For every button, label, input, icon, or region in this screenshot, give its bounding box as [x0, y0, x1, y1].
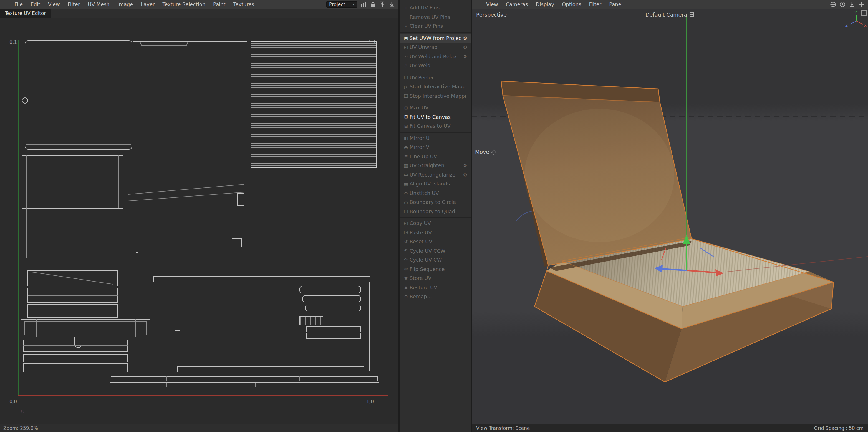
uv-islands[interactable]: [21, 40, 379, 387]
uv-command-icon: ▼: [402, 276, 410, 281]
menu-item[interactable]: Cameras: [502, 0, 532, 9]
uv-command-row[interactable]: ◇ UV Weld: [400, 61, 471, 70]
viewport-3d[interactable]: Y Z X Perspective Default Camera Move: [472, 9, 868, 424]
uv-command-row[interactable]: + Add UV Pins: [400, 3, 471, 12]
uv-corner-label: 0,1: [9, 39, 17, 45]
uv-command-icon: ◧: [402, 136, 410, 141]
camera-label[interactable]: Default Camera: [646, 12, 694, 18]
uv-command-label: Boundary to Circle: [410, 200, 456, 205]
menu-item[interactable]: Texture Selection: [159, 0, 210, 9]
uv-canvas[interactable]: 0,1 1,1 0,0 1,0 U: [0, 18, 399, 424]
uv-command-row[interactable]: ▢ Boundary to Quad: [400, 207, 471, 216]
uv-command-label: Remove UV Pins: [410, 15, 450, 20]
uv-command-row[interactable]: ⊙ Remap...: [400, 292, 471, 301]
uv-command-label: Set UVW from Projection: [410, 35, 462, 41]
uv-command-label: Stop Interactive Mapping: [410, 93, 466, 99]
uv-command-row[interactable]: ◧ Mirror U: [400, 134, 471, 143]
gear-icon[interactable]: ⚙: [462, 54, 467, 59]
uv-command-row[interactable]: ⊞ Fit UV to Canvas: [400, 112, 471, 122]
uv-command-label: UV Peeler: [410, 75, 434, 81]
menu-item[interactable]: Edit: [27, 0, 44, 9]
pizza-box-object[interactable]: [501, 81, 834, 382]
menu-item[interactable]: File: [10, 0, 27, 9]
uv-command-row[interactable]: ▤ UV Peeler: [400, 73, 471, 82]
uv-command-row[interactable]: ▼ Store UV: [400, 274, 471, 283]
menu-item[interactable]: View: [482, 0, 502, 9]
uv-command-row[interactable]: ▭ UV Rectangularize ⚙: [400, 170, 471, 179]
uv-command-icon: ↶: [402, 249, 410, 254]
layout-panes-icon[interactable]: [858, 1, 865, 8]
uv-command-label: Boundary to Quad: [410, 209, 455, 214]
uv-command-row[interactable]: ↶ Cycle UV CCW: [400, 246, 471, 255]
uv-command-row[interactable]: □ Stop Interactive Mapping: [400, 91, 471, 100]
view-transform-status: View Transform: Scene: [476, 425, 530, 431]
upload-icon[interactable]: [379, 1, 386, 8]
gear-icon[interactable]: ⚙: [462, 172, 467, 178]
uv-command-row[interactable]: − Remove UV Pins: [400, 12, 471, 22]
uv-command-label: Mirror U: [410, 136, 430, 141]
uv-command-row[interactable]: ◲ Paste UV: [400, 228, 471, 237]
uv-command-label: Cycle UV CCW: [410, 248, 445, 254]
uv-command-row[interactable]: ⊡ Max UV: [400, 103, 471, 112]
project-dropdown[interactable]: Project ▾: [326, 1, 358, 8]
uv-command-row[interactable]: ▣ Set UVW from Projection ⚙: [400, 34, 471, 43]
gear-icon[interactable]: ⚙: [462, 45, 467, 50]
uv-command-label: Fit Canvas to UV: [410, 123, 451, 129]
uv-command-row[interactable]: ⇄ Flip Sequence: [400, 265, 471, 274]
gear-icon[interactable]: ⚙: [462, 35, 467, 41]
menu-item[interactable]: Options: [558, 0, 585, 9]
download-icon[interactable]: [389, 1, 395, 8]
uv-command-row[interactable]: ✂ Unstitch UV: [400, 189, 471, 198]
history-icon[interactable]: [839, 1, 846, 8]
menu-item[interactable]: Filter: [64, 0, 84, 9]
zoom-status: Zoom: 259.0%: [3, 425, 38, 431]
uv-command-icon: ▥: [402, 163, 410, 168]
menu-item[interactable]: Panel: [605, 0, 627, 9]
uv-command-row[interactable]: × Clear UV Pins: [400, 22, 471, 31]
menu-item[interactable]: Image: [114, 0, 137, 9]
menu-item[interactable]: Filter: [585, 0, 606, 9]
uv-command-row[interactable]: ◰ UV Unwrap ⚙: [400, 43, 471, 52]
menu-item[interactable]: Paint: [209, 0, 229, 9]
uv-command-row[interactable]: ⊟ Fit Canvas to UV: [400, 122, 471, 131]
menu-item[interactable]: Textures: [229, 0, 258, 9]
uv-command-row[interactable]: ▷ Start Interactive Mapping: [400, 82, 471, 91]
uv-command-row[interactable]: ↺ Reset UV: [400, 237, 471, 246]
globe-icon[interactable]: [830, 1, 836, 8]
uv-command-row[interactable]: ≈ UV Weld and Relax ⚙: [400, 52, 471, 61]
camera-swap-icon[interactable]: [689, 12, 694, 17]
axis-z-label: Z: [845, 23, 848, 28]
panel-menu-icon[interactable]: ≡: [2, 1, 10, 7]
viewport-menu-icon[interactable]: ≡: [474, 1, 482, 7]
tab-texture-uv-editor[interactable]: Texture UV Editor: [0, 9, 51, 18]
download-icon[interactable]: [848, 1, 855, 8]
gear-icon[interactable]: ⚙: [462, 163, 467, 169]
uv-command-row[interactable]: ◓ Mirror V: [400, 143, 471, 152]
uv-command-row[interactable]: ▦ Align UV Islands: [400, 179, 471, 189]
viewport-panes-icon[interactable]: [861, 10, 867, 16]
uv-command-row[interactable]: ↷ Cycle UV CW: [400, 255, 471, 265]
menu-item[interactable]: View: [44, 0, 64, 9]
uv-corner-label: 0,0: [9, 399, 17, 404]
uv-command-label: Fit UV to Canvas: [410, 114, 451, 120]
menu-item[interactable]: Layer: [137, 0, 158, 9]
chart-icon[interactable]: [360, 1, 367, 8]
menu-item[interactable]: UV Mesh: [84, 0, 114, 9]
uv-command-icon: ◓: [402, 145, 410, 150]
uv-command-icon: ▲: [402, 285, 410, 290]
uv-command-row[interactable]: ▲ Restore UV: [400, 283, 471, 292]
uv-command-icon: ≡: [402, 154, 410, 159]
uv-command-icon: ▦: [402, 181, 410, 186]
uv-command-icon: ○: [402, 200, 410, 205]
uv-wireframe: 0,1 1,1 0,0 1,0 U: [0, 18, 399, 424]
uv-command-row[interactable]: ◱ Copy UV: [400, 219, 471, 228]
uv-command-icon: □: [402, 93, 410, 98]
view-mode-label[interactable]: Perspective: [476, 12, 507, 18]
uv-command-row[interactable]: ○ Boundary to Circle: [400, 198, 471, 207]
lock-icon[interactable]: [370, 1, 376, 8]
menu-item[interactable]: Display: [532, 0, 558, 9]
uv-command-row[interactable]: ≡ Line Up UV: [400, 152, 471, 161]
uv-command-label: Cycle UV CW: [410, 257, 442, 263]
uv-command-label: Start Interactive Mapping: [410, 84, 466, 90]
uv-command-row[interactable]: ▥ UV Straighten ⚙: [400, 161, 471, 170]
